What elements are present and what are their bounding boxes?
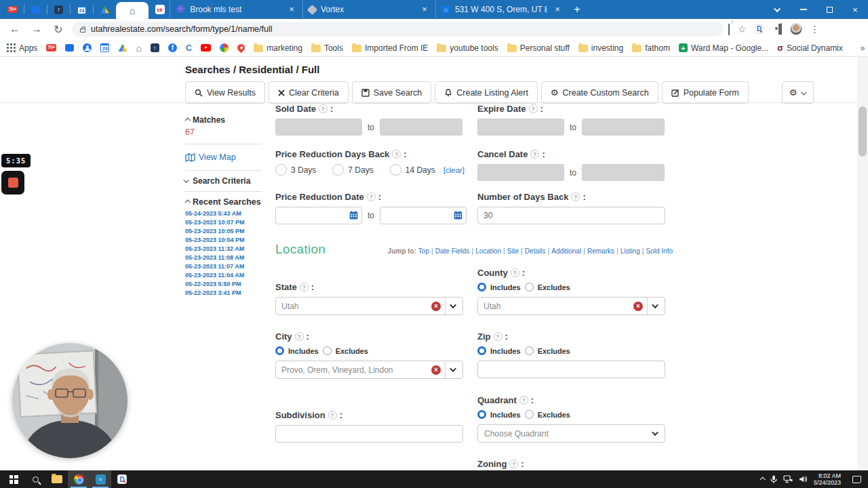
pinned-tab-chat[interactable]: [30, 4, 41, 15]
bookmark-maps[interactable]: [237, 44, 245, 52]
clear-criteria-button[interactable]: Clear Criteria: [269, 81, 349, 104]
county-excludes-radio[interactable]: [525, 283, 534, 291]
pinned-tab-app[interactable]: ↑: [53, 4, 64, 15]
webcam-bubble[interactable]: [12, 343, 127, 458]
bookmark-folder-fathom[interactable]: fathom: [632, 43, 670, 53]
tab-zillow-listing[interactable]: ⌂ 531 W 400 S, Orem, UT 84058 | Zi ×: [435, 1, 568, 18]
jump-link-location[interactable]: Location: [475, 247, 501, 255]
window-minimize-button[interactable]: [791, 0, 816, 19]
page-scrollbar[interactable]: [857, 57, 868, 470]
teal-app-taskbar-button[interactable]: ≈: [90, 470, 111, 488]
bookmark-youtube[interactable]: [201, 44, 211, 52]
help-icon[interactable]: ?: [319, 104, 328, 113]
tab-close-icon[interactable]: ×: [552, 4, 563, 15]
settings-dropdown-button[interactable]: ⚙: [782, 81, 814, 104]
zip-input[interactable]: [477, 361, 665, 378]
file-explorer-button[interactable]: [46, 470, 68, 488]
matches-section-header[interactable]: Matches: [185, 115, 262, 125]
tab-brook-mls-test[interactable]: ✳ Brook mls test ×: [170, 1, 302, 18]
recent-search-link[interactable]: 05-23-2023 11:08 AM: [185, 253, 262, 262]
help-icon[interactable]: ?: [511, 268, 519, 277]
side-panel-icon[interactable]: [781, 24, 782, 34]
bookmark-calendar[interactable]: 24: [100, 43, 109, 52]
quadrant-includes-radio[interactable]: [477, 410, 486, 419]
quadrant-excludes-radio[interactable]: [525, 410, 534, 419]
tab-close-icon[interactable]: ×: [286, 4, 297, 15]
speaker-icon[interactable]: [799, 475, 808, 483]
help-icon[interactable]: ?: [509, 460, 518, 468]
help-icon[interactable]: ?: [295, 332, 304, 341]
create-custom-search-button[interactable]: ⚙ Create Custom Search: [541, 81, 658, 104]
jump-link-sold-info[interactable]: Sold Info: [646, 247, 673, 255]
help-icon[interactable]: ?: [529, 104, 538, 113]
action-center-icon[interactable]: [852, 476, 861, 483]
bookmark-photos[interactable]: [220, 43, 229, 52]
recent-search-link[interactable]: 05-22-2023 3:41 PM: [185, 289, 262, 298]
help-icon[interactable]: ?: [519, 396, 528, 405]
help-icon[interactable]: ?: [367, 192, 376, 201]
help-icon[interactable]: ?: [530, 150, 539, 159]
help-icon[interactable]: ?: [571, 192, 580, 201]
help-icon[interactable]: ?: [328, 411, 337, 420]
recent-search-link[interactable]: 05-23-2023 11:07 AM: [185, 262, 262, 271]
recent-search-link[interactable]: 05-24-2023 5:43 AM: [185, 209, 262, 218]
bookmark-facebook[interactable]: f: [168, 43, 177, 52]
back-button[interactable]: ←: [7, 23, 23, 35]
recent-search-link[interactable]: 05-23-2023 11:32 AM: [185, 245, 262, 253]
taskbar-search-button[interactable]: [24, 470, 46, 488]
lock-icon[interactable]: [80, 28, 85, 33]
bookmark-social-dynamix[interactable]: σSocial Dynamix: [777, 43, 843, 53]
d-app-taskbar-button[interactable]: D: [111, 470, 133, 488]
url-text[interactable]: utahrealestate.com/search/form/type/1/na…: [91, 24, 273, 34]
jump-link-date-fields[interactable]: Date Fields: [435, 247, 470, 255]
pinned-tab-gmail[interactable]: 70+: [7, 4, 18, 15]
clear-x-icon[interactable]: ×: [633, 302, 643, 311]
dropdown-arrow[interactable]: [445, 298, 462, 314]
bookmark-gmail[interactable]: 70+: [46, 44, 56, 52]
jump-link-listing[interactable]: Listing: [620, 247, 640, 255]
bookmark-drive[interactable]: [118, 44, 127, 52]
view-results-button[interactable]: View Results: [185, 81, 265, 104]
calendar-picker-icon[interactable]: [349, 211, 358, 220]
bookmark-utahrealestate[interactable]: ⌂: [136, 43, 141, 53]
zip-includes-radio[interactable]: [477, 346, 486, 355]
city-select[interactable]: Provo, Orem, Vineyard, Lindon ×: [275, 361, 463, 379]
colorful-extension-icon[interactable]: D: [755, 24, 764, 34]
recent-search-link[interactable]: 05-23-2023 11:04 AM: [185, 271, 262, 280]
menu-dots-icon[interactable]: ⋮: [810, 24, 820, 34]
window-maximize-button[interactable]: [816, 0, 842, 19]
recent-searches-section-header[interactable]: Recent Searches: [185, 197, 262, 207]
bookmark-contacts[interactable]: [83, 43, 92, 52]
address-bar[interactable]: utahrealestate.com/search/form/type/1/na…: [72, 22, 723, 37]
bookmark-navy-app[interactable]: ↑: [151, 43, 159, 52]
pinned-tab-drive[interactable]: [99, 4, 111, 15]
county-includes-radio[interactable]: [477, 283, 486, 291]
jump-link-top[interactable]: Top: [418, 247, 429, 255]
start-button[interactable]: [3, 470, 24, 488]
reload-button[interactable]: ↻: [50, 23, 66, 36]
dropdown-arrow[interactable]: [445, 361, 462, 378]
pinned-tab-calendar[interactable]: 24: [76, 4, 87, 15]
scrollbar-thumb[interactable]: [859, 106, 867, 157]
tab-close-icon[interactable]: ×: [419, 4, 430, 15]
forward-button[interactable]: →: [28, 23, 45, 35]
bookmarks-overflow-chevron[interactable]: »: [861, 43, 865, 53]
quadrant-select[interactable]: Choose Quadrant: [477, 424, 665, 443]
search-criteria-section-header[interactable]: Search Criteria: [185, 176, 262, 186]
city-includes-radio[interactable]: [275, 346, 284, 355]
county-select[interactable]: Utah ×: [477, 297, 665, 315]
bookmark-folder-personal[interactable]: Personal stuff: [507, 43, 570, 53]
help-icon[interactable]: ?: [494, 332, 502, 341]
recent-search-link[interactable]: 05-23-2023 10:04 PM: [185, 236, 262, 245]
view-map-link[interactable]: View Map: [185, 152, 262, 162]
bookmark-folder-investing[interactable]: investing: [578, 43, 623, 53]
chrome-taskbar-button[interactable]: [68, 470, 90, 488]
subdivision-input[interactable]: [275, 425, 463, 443]
help-icon[interactable]: ?: [392, 150, 401, 159]
bookmark-folder-youtube-tools[interactable]: youtube tools: [437, 43, 498, 53]
radio-7-days[interactable]: [332, 164, 344, 176]
bookmark-ward-map[interactable]: +Ward Map - Google...: [679, 43, 768, 53]
city-excludes-radio[interactable]: [323, 346, 332, 355]
taskbar-clock[interactable]: 8:02 AM 5/24/2023: [814, 472, 841, 486]
bookmark-folder-tools[interactable]: Tools: [311, 43, 343, 53]
